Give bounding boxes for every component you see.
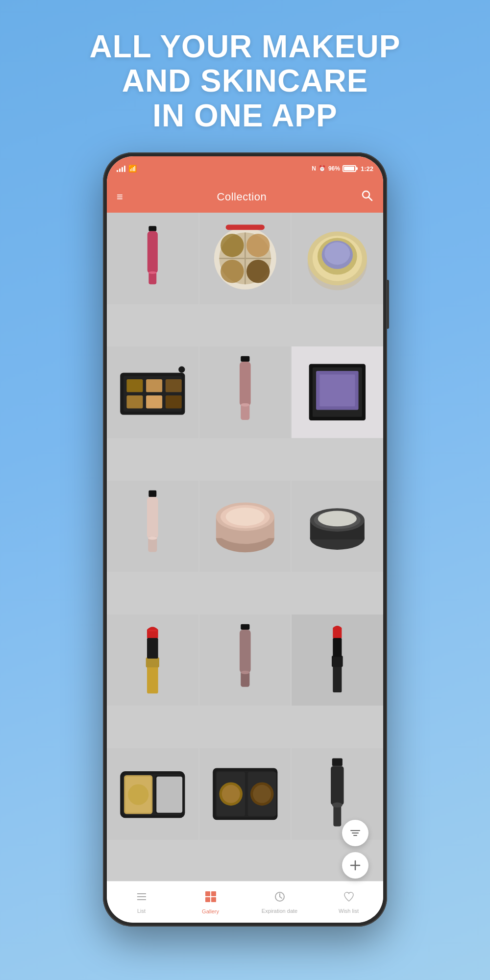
clock-icon bbox=[274, 891, 286, 903]
product-cell-4[interactable] bbox=[107, 346, 198, 438]
list-icon bbox=[136, 891, 147, 903]
svg-point-60 bbox=[241, 671, 249, 674]
status-left: 📶 bbox=[117, 165, 137, 172]
svg-rect-26 bbox=[126, 395, 143, 408]
svg-rect-38 bbox=[148, 490, 156, 497]
filter-fab-button[interactable] bbox=[342, 820, 368, 846]
svg-point-82 bbox=[332, 802, 343, 808]
hero-text: ALL YOUR MAKEUP AND SKINCARE IN ONE APP bbox=[60, 0, 430, 152]
compact-mirror-icon bbox=[114, 755, 192, 833]
svg-rect-61 bbox=[333, 665, 342, 692]
product-cell-7[interactable] bbox=[107, 481, 198, 572]
product-cell-13[interactable] bbox=[107, 748, 198, 840]
app-title: Collection bbox=[217, 191, 267, 203]
product-cell-14[interactable] bbox=[199, 748, 291, 840]
svg-rect-91 bbox=[205, 891, 210, 896]
nav-list[interactable]: List bbox=[107, 887, 176, 918]
signal-icon bbox=[117, 165, 125, 172]
phone-frame: 📶 N ⏰ 96% 1:22 ≡ Collection bbox=[103, 152, 387, 927]
time-display: 1:22 bbox=[361, 165, 373, 172]
product-cell-1[interactable] bbox=[107, 213, 198, 304]
list-nav-icon bbox=[136, 891, 147, 906]
battery-percent: 96% bbox=[328, 165, 340, 172]
svg-rect-54 bbox=[146, 657, 159, 667]
svg-point-41 bbox=[148, 536, 157, 539]
gallery-nav-icon bbox=[204, 890, 217, 906]
nav-expiration-label: Expiration date bbox=[262, 908, 297, 914]
product-cell-15[interactable] bbox=[292, 748, 383, 840]
search-button[interactable] bbox=[361, 189, 373, 205]
alarm-icon: ⏰ bbox=[318, 165, 326, 172]
svg-rect-31 bbox=[240, 362, 251, 406]
svg-rect-23 bbox=[126, 379, 143, 392]
nav-gallery-label: Gallery bbox=[202, 908, 219, 914]
menu-button[interactable]: ≡ bbox=[117, 191, 123, 203]
product-cell-6[interactable] bbox=[292, 346, 383, 438]
lipstick-red-icon bbox=[114, 621, 192, 699]
svg-point-20 bbox=[325, 242, 350, 265]
svg-rect-58 bbox=[240, 630, 251, 673]
svg-rect-80 bbox=[331, 766, 343, 805]
svg-rect-62 bbox=[332, 656, 343, 667]
svg-rect-56 bbox=[148, 630, 157, 631]
app-header: ≡ Collection bbox=[107, 181, 383, 213]
svg-rect-25 bbox=[166, 379, 182, 392]
svg-rect-63 bbox=[333, 638, 342, 657]
svg-rect-14 bbox=[225, 225, 264, 230]
battery-icon bbox=[343, 165, 356, 172]
eyeshadow-palette-icon bbox=[114, 353, 192, 431]
svg-rect-37 bbox=[320, 375, 355, 407]
heart-icon bbox=[343, 891, 355, 903]
plus-icon bbox=[350, 860, 361, 871]
phone-mockup: 📶 N ⏰ 96% 1:22 ≡ Collection bbox=[103, 152, 387, 927]
nav-wishlist-label: Wish list bbox=[339, 908, 359, 914]
svg-point-68 bbox=[128, 784, 148, 805]
powder-compact-gold-icon bbox=[298, 220, 376, 297]
wifi-icon: 📶 bbox=[128, 165, 137, 172]
product-cell-10[interactable] bbox=[107, 614, 198, 706]
wishlist-nav-icon bbox=[343, 891, 355, 906]
gallery-icon bbox=[204, 890, 217, 903]
svg-line-97 bbox=[280, 897, 282, 898]
add-fab-button[interactable] bbox=[342, 852, 368, 879]
svg-rect-70 bbox=[156, 777, 182, 813]
bottom-nav: List Gallery bbox=[107, 881, 383, 923]
svg-point-33 bbox=[241, 403, 249, 407]
product-cell-8[interactable] bbox=[199, 481, 291, 572]
cream-pot-icon bbox=[206, 488, 284, 565]
phone-screen: 📶 N ⏰ 96% 1:22 ≡ Collection bbox=[107, 156, 383, 923]
svg-rect-28 bbox=[166, 395, 182, 408]
svg-rect-92 bbox=[211, 891, 216, 896]
eyeshadow-single-purple-icon bbox=[298, 353, 376, 431]
status-bar: 📶 N ⏰ 96% 1:22 bbox=[107, 156, 383, 181]
filter-icon bbox=[350, 828, 361, 838]
svg-rect-2 bbox=[148, 226, 156, 231]
svg-rect-93 bbox=[205, 897, 210, 902]
svg-rect-27 bbox=[146, 395, 162, 408]
svg-rect-24 bbox=[146, 379, 162, 392]
svg-point-11 bbox=[246, 234, 270, 257]
svg-point-75 bbox=[221, 785, 240, 803]
svg-point-47 bbox=[225, 508, 264, 526]
lip-gloss-red-icon bbox=[114, 220, 192, 297]
product-cell-3[interactable] bbox=[292, 213, 383, 304]
svg-rect-55 bbox=[147, 638, 158, 659]
product-grid bbox=[107, 213, 383, 881]
svg-point-78 bbox=[253, 785, 271, 803]
svg-line-1 bbox=[368, 197, 372, 200]
powder-jar-icon bbox=[298, 488, 376, 565]
product-cell-11[interactable] bbox=[199, 614, 291, 706]
nav-gallery[interactable]: Gallery bbox=[176, 886, 245, 918]
product-cell-2[interactable] bbox=[199, 213, 291, 304]
product-cell-12[interactable] bbox=[292, 614, 383, 706]
nav-wishlist[interactable]: Wish list bbox=[314, 887, 383, 918]
lip-gloss-clear-icon bbox=[114, 488, 192, 565]
expiration-nav-icon bbox=[274, 891, 286, 906]
duo-compact-icon bbox=[206, 755, 284, 833]
app-content: List Gallery bbox=[107, 213, 383, 923]
nav-expiration[interactable]: Expiration date bbox=[245, 887, 314, 918]
svg-rect-94 bbox=[211, 897, 216, 902]
product-cell-5[interactable] bbox=[199, 346, 291, 438]
lipstick-tall-icon bbox=[298, 621, 376, 699]
product-cell-9[interactable] bbox=[292, 481, 383, 572]
